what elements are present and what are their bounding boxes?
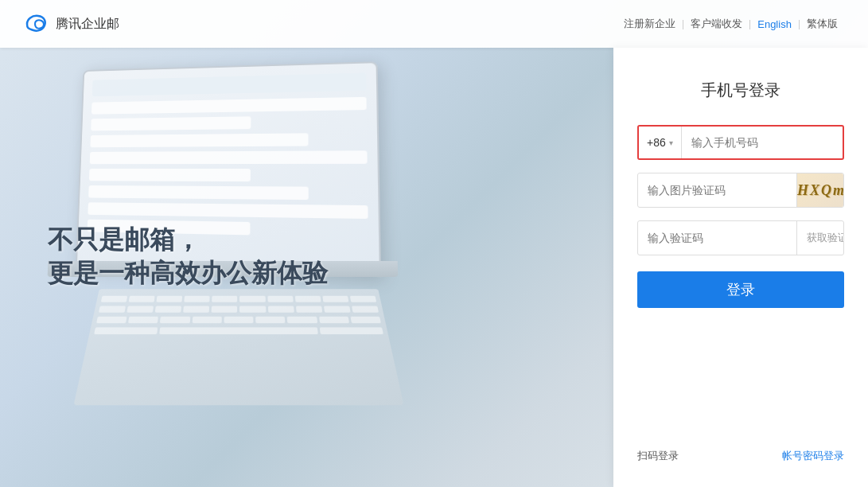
password-login-link[interactable]: 帐号密码登录 <box>782 449 844 463</box>
navbar: 腾讯企业邮 注册新企业 | 客户端收发 | English | 繁体版 <box>0 0 868 48</box>
captcha-image[interactable]: HXQm <box>796 173 844 207</box>
chevron-down-icon: ▾ <box>669 138 673 147</box>
nav-english[interactable]: English <box>751 18 798 30</box>
hero-text: 不只是邮箱， 更是一种高效办公新体验 <box>48 224 328 290</box>
login-button[interactable]: 登录 <box>637 271 844 308</box>
nav-links: 注册新企业 | 客户端收发 | English | 繁体版 <box>617 17 844 31</box>
sms-input[interactable] <box>638 232 796 244</box>
nav-register[interactable]: 注册新企业 <box>617 17 682 31</box>
login-title: 手机号登录 <box>701 80 780 101</box>
brand-name: 腾讯企业邮 <box>56 16 119 33</box>
captcha-group: HXQm <box>637 173 844 208</box>
hero-line2: 更是一种高效办公新体验 <box>48 257 328 290</box>
get-sms-button[interactable]: 获取验证码 <box>796 221 844 255</box>
bottom-links: 扫码登录 帐号密码登录 <box>637 449 844 463</box>
brand-logo-icon <box>24 11 49 37</box>
country-code-value: +86 <box>647 136 666 149</box>
nav-traditional[interactable]: 繁体版 <box>800 17 844 31</box>
captcha-input[interactable] <box>638 184 796 197</box>
login-panel: 手机号登录 +86 ▾ HXQm 获取验证码 登录 扫码登录 帐号密码登录 <box>613 48 868 487</box>
hero-line1: 不只是邮箱， <box>48 224 328 257</box>
country-code-selector[interactable]: +86 ▾ <box>639 127 682 158</box>
sms-group: 获取验证码 <box>637 220 844 255</box>
qr-login-link[interactable]: 扫码登录 <box>637 449 679 463</box>
logo-area: 腾讯企业邮 <box>24 11 119 37</box>
nav-client[interactable]: 客户端收发 <box>684 17 749 31</box>
phone-input[interactable] <box>682 136 843 149</box>
phone-input-group: +86 ▾ <box>637 125 844 160</box>
